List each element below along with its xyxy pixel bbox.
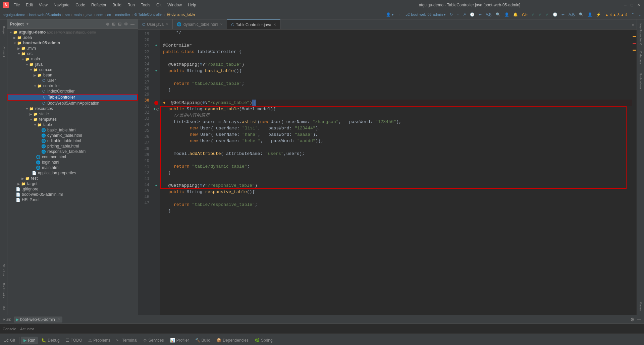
- tree-target[interactable]: ▶ 📁 target: [7, 181, 138, 186]
- translate2[interactable]: Aあ: [569, 12, 575, 17]
- breakpoint-line[interactable]: [152, 100, 160, 106]
- translate-button[interactable]: Aあ: [486, 12, 492, 17]
- debug-tool-button[interactable]: 🐛 Debug: [39, 337, 62, 344]
- tree-application-props[interactable]: 📄 application.properties: [7, 170, 138, 176]
- breadcrumb-item[interactable]: main: [74, 13, 82, 17]
- breadcrumb-item[interactable]: src: [65, 13, 70, 17]
- tree-controller[interactable]: ▾ 📁 controller: [7, 83, 138, 89]
- breadcrumb-item[interactable]: ⓜ dynamic_table: [167, 12, 195, 17]
- breadcrumb-item[interactable]: com: [96, 13, 103, 17]
- menu-code[interactable]: Code: [73, 2, 88, 8]
- search-button[interactable]: 🔍: [496, 12, 500, 17]
- tab-user-java[interactable]: C User.java ✕: [138, 19, 173, 30]
- tree-main-html[interactable]: 🌐 main.html: [7, 165, 138, 170]
- back-button[interactable]: ←: [398, 13, 401, 17]
- tab-close-button[interactable]: ✕: [220, 22, 223, 26]
- sidebar-maven-tab[interactable]: Maven: [638, 298, 643, 315]
- close-button[interactable]: ✕: [636, 2, 641, 8]
- tree-pricing-table[interactable]: 🌐 pricing_table.html: [7, 143, 138, 149]
- tree-static[interactable]: ▶ 📁 static: [7, 111, 138, 117]
- tree-comcn[interactable]: ▾ 📁 com.cn: [7, 67, 138, 72]
- tree-editable-table[interactable]: 🌐 editable_table.html: [7, 138, 138, 143]
- tree-responsive-table[interactable]: 🌐 responsive_table.html: [7, 149, 138, 154]
- tree-dynamic-table[interactable]: 🌐 dynamic_table.html: [7, 133, 138, 138]
- tree-java[interactable]: ▾ 📁 java: [7, 62, 138, 67]
- services-tool-button[interactable]: ⚙ Services: [141, 337, 166, 344]
- menu-view[interactable]: View: [36, 2, 50, 8]
- tree-bean[interactable]: ▶ 📁 bean: [7, 72, 138, 78]
- tree-root[interactable]: ▾ 📁 atguigu-demo E:\idea-workspace\atgui…: [7, 30, 138, 35]
- sidebar-keypromoter-tab[interactable]: Key Promoter X: [638, 21, 643, 48]
- actuator-tab[interactable]: Actuator: [20, 327, 34, 331]
- code-content[interactable]: */ @Controller public class TableControl…: [160, 30, 632, 315]
- tree-templates[interactable]: ▾ 📁 templates: [7, 117, 138, 122]
- breadcrumb-item[interactable]: atguigu-demo: [3, 13, 25, 17]
- tree-resources[interactable]: ▾ 📁 resources: [7, 106, 138, 111]
- run-app-tab[interactable]: ▶ boot-web-05-admin ✕: [14, 317, 62, 323]
- tree-basic-table[interactable]: 🌐 basic_table.html: [7, 127, 138, 133]
- tree-mvn[interactable]: ▶ 📁 .mvn: [7, 46, 138, 51]
- breadcrumb-item[interactable]: cn: [107, 13, 111, 17]
- tab-close-button[interactable]: ✕: [273, 23, 276, 26]
- collapse-all-icon[interactable]: ⊟: [117, 21, 122, 27]
- breadcrumb-item[interactable]: controller: [115, 13, 130, 17]
- tree-gitignore[interactable]: 📄 .gitignore: [7, 186, 138, 192]
- menu-refactor[interactable]: Refactor: [89, 2, 109, 8]
- project-dropdown[interactable]: ▾: [26, 22, 29, 26]
- update-button[interactable]: ↑: [457, 13, 459, 17]
- sidebar-commit-tab[interactable]: Commit: [1, 42, 7, 62]
- git-check3[interactable]: ✓: [546, 12, 549, 17]
- terminal-tool-button[interactable]: >_ Terminal: [114, 337, 140, 344]
- locate-icon[interactable]: ⊕: [105, 21, 110, 27]
- settings[interactable]: ⚡: [596, 12, 601, 17]
- tab-dynamic-html[interactable]: 🌐 dynamic_table.html ✕: [173, 19, 227, 30]
- git-rollback[interactable]: ↩: [561, 12, 565, 17]
- sidebar-bookmarks-tab[interactable]: Bookmarks: [1, 281, 7, 301]
- menu-build[interactable]: Build: [110, 2, 124, 8]
- git-check2[interactable]: ✓: [539, 12, 542, 17]
- profiler-tool-button[interactable]: 📊 Profiler: [167, 337, 192, 344]
- tree-src[interactable]: ▾ 📁 src: [7, 51, 138, 56]
- build-tool-button[interactable]: 🔨 Build: [193, 337, 213, 344]
- tree-boot-web[interactable]: ▾ 📁 boot-web-05-admin: [7, 40, 138, 46]
- sidebar-project-tab[interactable]: Project: [1, 21, 7, 41]
- tree-main[interactable]: ▾ 📁 main: [7, 56, 138, 62]
- notification-button[interactable]: 🔔: [513, 12, 518, 17]
- run-tool-button[interactable]: ▶ Run: [21, 337, 38, 344]
- run-minimize-button[interactable]: —: [637, 317, 641, 322]
- tree-user[interactable]: C User: [7, 78, 138, 83]
- sidebar-structure-tab[interactable]: Structure: [1, 260, 7, 280]
- console-tab[interactable]: Console: [3, 327, 16, 331]
- git-branch[interactable]: ⎇ boot-web-05-admin ▾: [406, 12, 446, 17]
- spring-tool-button[interactable]: 🌿 Spring: [252, 337, 275, 344]
- git-tool-button[interactable]: ⎇ Git: [1, 337, 18, 344]
- menu-file[interactable]: File: [11, 2, 22, 8]
- collapse-button[interactable]: ⌄: [638, 12, 641, 17]
- todo-tool-button[interactable]: ☰ TODO: [63, 337, 85, 344]
- menu-help[interactable]: Help: [185, 2, 199, 8]
- hide-icon[interactable]: —: [130, 21, 135, 27]
- history-button[interactable]: 🕐: [470, 12, 475, 17]
- minimize-button[interactable]: ─: [623, 2, 628, 8]
- dependencies-tool-button[interactable]: 📦 Dependencies: [214, 337, 251, 344]
- settings-icon[interactable]: ⚙: [123, 21, 128, 27]
- tree-tablecontroller[interactable]: C TableController: [7, 94, 138, 101]
- expand-button[interactable]: ⌃: [631, 12, 634, 17]
- tree-login[interactable]: 🌐 login.html: [7, 160, 138, 165]
- run-close-icon[interactable]: ✕: [58, 318, 60, 321]
- tree-application[interactable]: C BootWeb05AdminApplication: [7, 101, 138, 106]
- expand-all-icon[interactable]: ⊞: [111, 21, 116, 27]
- tree-common[interactable]: 🌐 common.html: [7, 154, 138, 160]
- sidebar-pullrequests-tab[interactable]: [1, 62, 7, 82]
- menu-edit[interactable]: Edit: [23, 2, 36, 8]
- menu-window[interactable]: Window: [165, 2, 184, 8]
- tree-help[interactable]: 📄 HELP.md: [7, 197, 138, 203]
- breadcrumb-item[interactable]: java: [86, 13, 92, 17]
- menu-tools[interactable]: Tools: [138, 2, 153, 8]
- user-button[interactable]: 👤: [504, 12, 509, 17]
- menu-git[interactable]: Git: [154, 2, 164, 8]
- git-check1[interactable]: ✓: [532, 12, 535, 17]
- tree-indexcontroller[interactable]: C IndexController: [7, 89, 138, 94]
- rollback-button[interactable]: ↩: [479, 12, 482, 17]
- vcs-icon[interactable]: 👤 ▾: [386, 12, 394, 17]
